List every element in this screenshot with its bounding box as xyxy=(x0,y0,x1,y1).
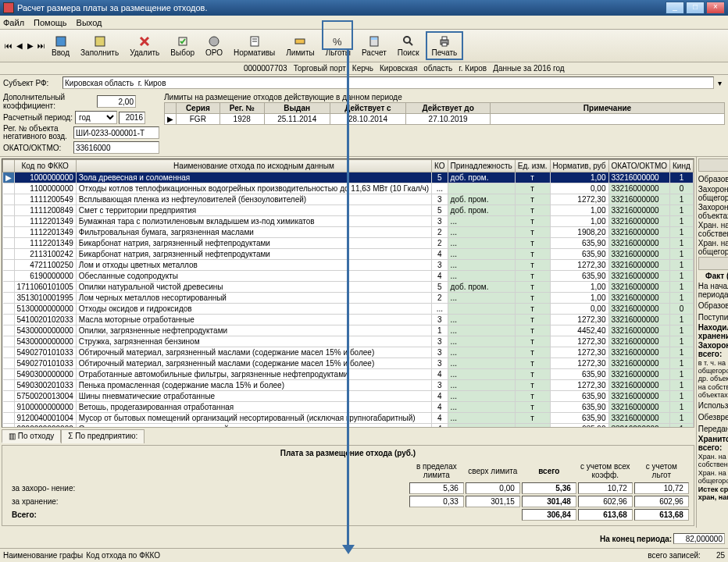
nav-last[interactable]: ⏭ xyxy=(37,41,46,52)
okato-input[interactable] xyxy=(73,141,159,154)
th-prinad[interactable]: Принадлежность xyxy=(448,160,515,173)
status-graf-label: Наименование графы xyxy=(3,551,83,560)
period-label: Расчетный период: xyxy=(3,113,75,122)
btn-pechat[interactable]: Печать xyxy=(426,31,464,60)
info-period: Данные за 2016 год xyxy=(493,64,564,73)
btn-lgoty[interactable]: %Льготы xyxy=(321,33,355,59)
btn-raschet[interactable]: Расчет xyxy=(357,33,391,59)
svg-rect-0 xyxy=(56,37,66,46)
th-ko[interactable]: КО xyxy=(432,160,448,173)
th-norm[interactable]: Норматив, руб xyxy=(550,160,608,173)
window-title: Расчет размера платы за размещение отход… xyxy=(17,3,664,12)
btn-udalit[interactable]: Удалить xyxy=(125,33,164,59)
annotation-arrow xyxy=(342,545,355,554)
right-form: Лимиты на размещение отходов действующие… xyxy=(164,93,725,155)
tab-po-predpriyatiyu[interactable]: Σ По предприятию: xyxy=(61,429,145,443)
btn-limity[interactable]: Лимиты xyxy=(281,33,319,59)
info-id: 0000007703 xyxy=(244,64,287,73)
btn-zapolnit[interactable]: Заполнить xyxy=(76,33,123,59)
discount-icon: % xyxy=(331,34,345,48)
search-icon xyxy=(401,34,416,48)
dopkoef-input[interactable] xyxy=(97,95,136,108)
th-kind[interactable]: Кинд xyxy=(670,160,694,173)
norm-icon xyxy=(248,34,262,48)
info-torg: Торговый порт xyxy=(294,64,346,73)
status-graf-value: Код отхода по ФККО xyxy=(86,551,160,560)
nav-prev[interactable]: ◀ xyxy=(15,41,24,52)
infobar: 0000007703 Торговый порт Керчь Кировская… xyxy=(0,62,728,75)
vvod-icon xyxy=(54,34,68,48)
calc-icon xyxy=(367,34,381,48)
subject-dropdown[interactable]: ▾ xyxy=(714,79,725,87)
sigma-icon: Σ xyxy=(68,432,75,440)
limits-table: СерияРег. №ВыданДействует сДействует доП… xyxy=(164,102,725,125)
year-header: 2016 год xyxy=(698,257,728,270)
svg-rect-1 xyxy=(95,37,105,46)
svg-text:%: % xyxy=(333,36,342,48)
info-kirovskaya: Кировская xyxy=(380,64,417,73)
dopkoef-label: Дополнительный коэффициент: xyxy=(3,93,97,110)
btn-vybor[interactable]: Выбор xyxy=(166,33,199,59)
info-k1: Керчь xyxy=(352,64,373,73)
nav-next[interactable]: ▶ xyxy=(26,41,35,52)
okato-label: ОКАТО/ОКТМО: xyxy=(3,144,73,152)
close-button[interactable]: × xyxy=(706,2,725,14)
menubar: Файл Помощь Выход xyxy=(0,16,728,30)
bottom-right: На конец периода: xyxy=(600,533,725,545)
left-form: Дополнительный коэффициент: Расчетный пе… xyxy=(3,93,159,155)
print-icon xyxy=(437,34,451,48)
btn-vvod[interactable]: Ввод xyxy=(47,33,74,59)
status-count-label: всего записей: xyxy=(648,551,701,560)
menu-help[interactable]: Помощь xyxy=(34,18,67,27)
btn-oro[interactable]: ОРО xyxy=(201,33,227,59)
limits-row[interactable]: ▶FGR192825.11.201428.10.201427.10.2019 xyxy=(165,114,725,125)
limit-icon xyxy=(293,34,307,48)
maximize-button[interactable]: □ xyxy=(686,2,705,14)
menu-exit[interactable]: Выход xyxy=(77,18,102,27)
svg-line-12 xyxy=(409,42,412,45)
period-year[interactable] xyxy=(119,112,145,124)
btn-poisk[interactable]: Поиск xyxy=(393,33,424,59)
statusbar: Наименование графы Код отхода по ФККО вс… xyxy=(0,548,728,562)
subject-input[interactable] xyxy=(62,76,714,89)
right-panel: Лимит ОбразованияЗахорон. на общегород:З… xyxy=(696,157,728,528)
limits-title: Лимиты на размещение отходов действующие… xyxy=(164,93,725,101)
fill-icon xyxy=(93,34,107,48)
fact-header: Факт (движение отходов) xyxy=(698,272,728,280)
sigma-icon: ▥ xyxy=(9,432,18,440)
tab-po-otkhodu[interactable]: ▥ По отходу xyxy=(2,429,61,443)
th-name[interactable]: Наименование отхода по исходным данным xyxy=(76,160,431,173)
info-oblast: область xyxy=(423,64,452,73)
limit-header: Лимит xyxy=(698,158,728,172)
menu-file[interactable]: Файл xyxy=(3,18,24,27)
nav-first[interactable]: ⏮ xyxy=(4,41,13,52)
delete-icon xyxy=(137,34,152,48)
form-area: Дополнительный коэффициент: Расчетный пе… xyxy=(0,91,728,157)
status-count: 25 xyxy=(716,551,725,560)
info-gkirov: г. Киров xyxy=(459,64,487,73)
oro-icon xyxy=(207,34,221,48)
th-okato[interactable]: ОКАТО/ОКТМО xyxy=(608,160,670,173)
konets-label: На конец периода: xyxy=(600,535,673,543)
select-icon xyxy=(176,34,190,48)
subject-label: Субъект РФ: xyxy=(3,79,62,87)
btn-normativy[interactable]: Нормативы xyxy=(229,33,280,59)
regno-input[interactable] xyxy=(73,126,159,139)
subject-row: Субъект РФ: ▾ xyxy=(0,75,728,91)
regno-label: Рег. № объекта негативного возд. xyxy=(3,125,73,140)
svg-rect-14 xyxy=(442,37,447,40)
svg-point-11 xyxy=(404,37,410,43)
minimize-button[interactable]: _ xyxy=(666,2,684,14)
th-kod[interactable]: Код по ФККО xyxy=(14,160,76,173)
svg-rect-7 xyxy=(295,39,305,44)
annotation-line xyxy=(347,48,349,548)
period-type[interactable]: год xyxy=(75,111,117,124)
titlebar: Расчет размера платы за размещение отход… xyxy=(0,0,728,16)
svg-point-3 xyxy=(209,37,219,46)
th-ed[interactable]: Ед. изм. xyxy=(515,160,550,173)
toolbar: ⏮ ◀ ▶ ⏭ Ввод Заполнить Удалить Выбор ОРО… xyxy=(0,30,728,62)
app-icon xyxy=(3,2,14,13)
konets-val[interactable] xyxy=(673,533,725,544)
svg-rect-10 xyxy=(371,37,377,40)
svg-rect-15 xyxy=(442,43,447,46)
